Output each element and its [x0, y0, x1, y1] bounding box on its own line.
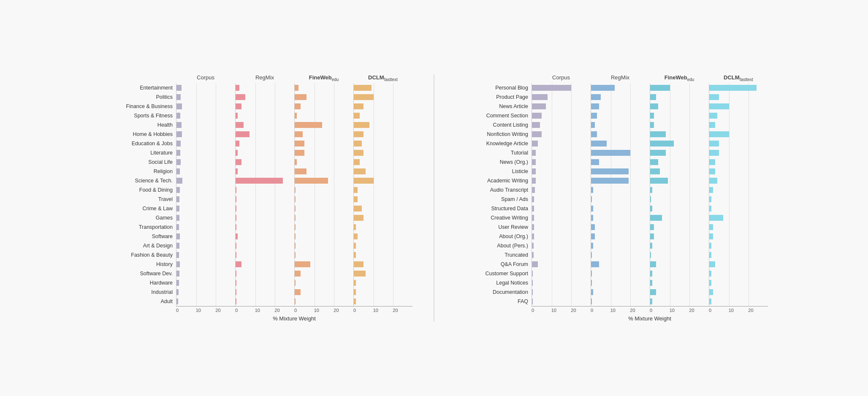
bar-row-3-3 [354, 111, 412, 120]
axis-ticks-1: 01020 [591, 308, 650, 313]
bar-row-1-6 [236, 139, 294, 148]
bar-row-3-22 [709, 288, 768, 297]
bar-row-2-16 [650, 232, 709, 241]
bar-row-0-15 [532, 222, 591, 232]
bar-3-7 [709, 150, 719, 156]
row-labels: Personal BlogProduct PageNews ArticleCom… [456, 83, 532, 306]
bar-row-1-22 [236, 288, 294, 297]
bar-0-3 [176, 113, 180, 119]
bar-3-19 [709, 261, 715, 267]
bar-row-1-10 [236, 176, 294, 185]
col-header-3: DCLMfasttext [709, 74, 768, 82]
bar-row-0-0 [176, 83, 235, 92]
bar-row-2-3 [295, 111, 353, 120]
bar-3-19 [354, 261, 363, 267]
chart-footer: 01020010200102001020% Mixture Weight [456, 306, 768, 322]
bar-0-3 [532, 113, 542, 119]
chart-body: EntertainmentPoliticsFinance & BusinessS… [100, 83, 412, 306]
bar-2-20 [295, 271, 301, 277]
bar-row-2-8 [295, 157, 353, 167]
bar-row-0-1 [532, 92, 591, 102]
bar-3-20 [354, 271, 366, 277]
bar-row-2-13 [295, 204, 353, 213]
bar-row-1-18 [591, 250, 650, 260]
axis-tick-val-0: 0 [709, 308, 729, 313]
row-label-2: News Article [456, 102, 532, 111]
bar-2-12 [295, 196, 296, 202]
bar-row-0-2 [176, 102, 235, 111]
row-label-22: Documentation [456, 288, 532, 297]
row-label-17: Art & Design [100, 241, 176, 250]
bar-row-1-9 [236, 167, 294, 176]
bar-3-0 [709, 85, 757, 91]
row-label-11: Audio Transcript [456, 185, 532, 195]
left-chart-panel: CorpusRegMixFineWebeduDCLMfasttextEntert… [100, 74, 412, 322]
bar-row-0-11 [176, 185, 235, 195]
bar-3-10 [709, 178, 717, 184]
bar-2-12 [650, 196, 651, 202]
row-label-8: News (Org.) [456, 157, 532, 167]
axis-tick-val-20: 20 [748, 308, 768, 313]
bar-3-7 [354, 150, 363, 156]
bar-row-0-23 [532, 297, 591, 306]
axis-col-1: 01020 [235, 306, 294, 313]
bar-row-3-23 [354, 297, 412, 306]
bar-row-2-16 [295, 232, 353, 241]
axis-tick-val-10: 10 [610, 308, 630, 313]
bar-row-0-16 [176, 232, 235, 241]
bar-row-1-1 [591, 92, 650, 102]
series-col-2 [650, 83, 709, 306]
bar-2-13 [295, 206, 296, 212]
bar-2-8 [295, 159, 297, 165]
col-header-1: RegMix [591, 74, 650, 82]
bar-row-1-11 [236, 185, 294, 195]
bar-row-0-2 [532, 102, 591, 111]
axis-tick-val-0: 0 [235, 308, 255, 313]
row-label-11: Food & Dining [100, 185, 176, 195]
bar-0-5 [176, 131, 182, 137]
bar-2-23 [650, 298, 652, 304]
bar-row-0-22 [532, 288, 591, 297]
bar-1-12 [236, 196, 236, 202]
bar-1-21 [591, 280, 592, 286]
bar-0-10 [176, 178, 182, 184]
bar-1-13 [591, 206, 593, 212]
bar-row-1-19 [591, 260, 650, 269]
bar-row-1-21 [236, 278, 294, 288]
bar-3-6 [354, 141, 362, 146]
bar-row-2-1 [295, 92, 353, 102]
bar-0-16 [532, 233, 534, 239]
bar-row-3-14 [354, 213, 412, 222]
bar-row-3-5 [354, 130, 412, 139]
bar-0-9 [532, 168, 536, 174]
bar-row-1-14 [236, 213, 294, 222]
bar-row-2-22 [650, 288, 709, 297]
bar-1-5 [236, 131, 250, 137]
bar-row-0-11 [532, 185, 591, 195]
bar-row-1-17 [591, 241, 650, 250]
bar-row-2-21 [295, 278, 353, 288]
bar-0-18 [176, 252, 179, 258]
bar-0-14 [532, 215, 534, 221]
bar-row-3-12 [709, 195, 768, 204]
axis-tick-val-10: 10 [729, 308, 749, 313]
col-header-0: Corpus [532, 74, 591, 82]
bar-1-6 [591, 141, 607, 146]
row-label-4: Health [100, 120, 176, 130]
bar-1-23 [236, 298, 236, 304]
axis-ticks-3: 01020 [353, 308, 412, 313]
bar-row-0-12 [532, 195, 591, 204]
row-label-16: Software [100, 232, 176, 241]
bar-3-15 [709, 224, 713, 230]
bar-row-2-21 [650, 278, 709, 288]
bar-3-17 [709, 243, 711, 249]
bar-2-10 [295, 178, 328, 184]
row-label-3: Sports & Fitness [100, 111, 176, 120]
bar-2-11 [295, 187, 296, 193]
bar-row-2-10 [650, 176, 709, 185]
axis-col-1: 01020 [591, 306, 650, 313]
bar-row-1-16 [591, 232, 650, 241]
row-label-13: Crime & Law [100, 204, 176, 213]
axis-tick-val-0: 0 [650, 308, 670, 313]
bar-row-0-7 [176, 148, 235, 157]
